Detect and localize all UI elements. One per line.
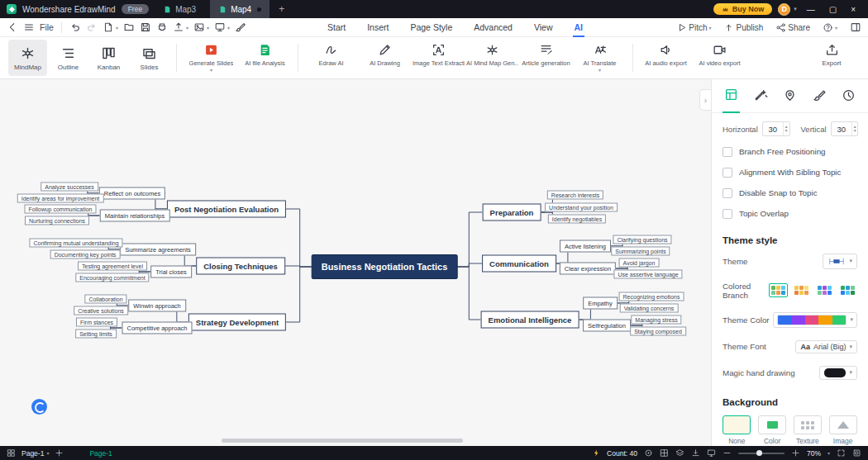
mindmap-node-followup[interactable]: Followup communication (24, 205, 96, 214)
mindmap-node-nurturing[interactable]: Nurturing connections (25, 216, 89, 225)
colored-branch-option-2[interactable] (792, 283, 811, 297)
checkbox-row-topic-overlap[interactable]: Topic Overlap (712, 203, 868, 224)
back-icon[interactable] (7, 21, 18, 33)
fit-to-screen-icon[interactable] (837, 448, 846, 458)
ai-drawing-button[interactable]: AI Drawing (358, 39, 412, 77)
background-option-none[interactable]: None (723, 415, 751, 445)
ribbon-tab-insert[interactable]: Insert (367, 19, 389, 36)
mindmap-canvas[interactable]: Business Negotiation TacticsPreparationC… (0, 79, 711, 446)
export-button[interactable]: Export (810, 39, 853, 77)
background-option-color[interactable]: Color (758, 415, 787, 445)
file-menu[interactable]: File (40, 22, 54, 32)
page-tab[interactable]: Page-1 ▾ (21, 449, 49, 458)
download-icon[interactable] (691, 448, 700, 458)
colored-branch-option-1[interactable] (769, 283, 788, 297)
mindmap-node-creative[interactable]: Creative solutions (74, 306, 128, 315)
undo-icon[interactable] (69, 21, 81, 33)
checkbox[interactable] (723, 188, 732, 198)
minimize-button[interactable]: — (803, 5, 819, 14)
ribbon-tab-advanced[interactable]: Advanced (474, 19, 513, 36)
mindmap-node-limits[interactable]: Setting limits (75, 330, 117, 339)
mindmap-node-clear[interactable]: Clear expression (560, 263, 616, 275)
view-mode-outline[interactable]: Outline (49, 40, 88, 76)
mindmap-node-reflect[interactable]: Reflect on outcomes (99, 187, 165, 200)
mindmap-node-active[interactable]: Active listening (560, 240, 611, 253)
mindmap-node-clarifying[interactable]: Clarifying questions (613, 235, 671, 244)
ribbon-tab-view[interactable]: View (534, 19, 553, 36)
chevron-down-icon[interactable]: ▾ (794, 6, 797, 12)
style-panel-tab[interactable] (752, 88, 770, 112)
avatar[interactable]: D (778, 3, 790, 16)
background-option-texture[interactable]: Texture (794, 415, 823, 445)
close-button[interactable]: × (847, 5, 860, 14)
panel-collapse-button[interactable]: › (699, 89, 711, 111)
ribbon-tab-page-style[interactable]: Page Style (410, 19, 452, 36)
checkbox-row-alignment-with-sibling-topic[interactable]: Alignment With Sibling Topic (712, 162, 868, 183)
colored-branch-option-4[interactable] (838, 283, 857, 297)
mindmap-node-encouraging[interactable]: Encouraging commitment (75, 273, 149, 282)
help-button[interactable]: ▾ (823, 22, 837, 33)
mindmap-node-assertive[interactable]: Use assertive language (613, 270, 682, 279)
zoom-slider-thumb[interactable] (756, 450, 762, 456)
theme-color-dropdown[interactable]: ▾ (773, 312, 857, 328)
redo-icon[interactable] (86, 21, 98, 33)
mindmap-node-central[interactable]: Business Negotiation Tactics (312, 254, 458, 279)
mindmap-node-negotiables[interactable]: Identify negotiables (548, 215, 606, 224)
zoom-level[interactable]: 70% (807, 449, 821, 458)
mindmap-node-pne[interactable]: Post Negotiation Evaluation (167, 201, 286, 218)
mindmap-node-documenting[interactable]: Documenting key points (50, 250, 121, 259)
edraw-ai-button[interactable]: Edraw AI (304, 39, 358, 77)
ribbon-tab-ai[interactable]: AI (575, 19, 584, 36)
checkbox[interactable] (723, 147, 732, 157)
mindmap-node-understand[interactable]: Understand your position (545, 203, 618, 212)
generate-slides-button[interactable]: Generate Slides▾ (184, 39, 238, 77)
grid-icon[interactable] (660, 448, 669, 458)
zoom-out-button[interactable] (723, 448, 732, 458)
mindmap-node-competitive[interactable]: Competitive approach (122, 322, 193, 334)
mindmap-node-sd[interactable]: Strategy Development (188, 314, 286, 331)
ribbon-tab-start[interactable]: Start (327, 19, 346, 36)
mindmap-node-recognizing[interactable]: Recognizing emotions (619, 292, 684, 301)
theme-panel-tab[interactable] (811, 88, 828, 112)
presentation-mode-icon[interactable] (707, 448, 716, 458)
ai-translate-button[interactable]: AI Translate▾ (573, 39, 627, 77)
add-page-button[interactable] (55, 448, 64, 458)
view-mode-kanban[interactable]: Kanban (89, 40, 128, 76)
mindmap-node-iafi[interactable]: Identify areas for improvement (17, 194, 104, 203)
share-button[interactable]: Share (775, 22, 810, 33)
layout-panel-tab[interactable] (723, 88, 740, 113)
view-mode-slides[interactable]: Slides (130, 40, 169, 76)
mindmap-node-summarize[interactable]: Summarize agreements (120, 244, 196, 256)
history-panel-tab[interactable] (840, 88, 857, 112)
mindmap-node-confirming[interactable]: Confirming mutual understanding (29, 239, 122, 248)
canvas-horizontal-scrollbar[interactable] (222, 439, 463, 443)
colored-branch-option-3[interactable] (815, 283, 834, 297)
magic-hand-dropdown[interactable]: ▾ (819, 366, 857, 380)
vertical-spacing-stepper[interactable]: 30 ▴▾ (831, 121, 859, 136)
view-mode-mindmap[interactable]: MindMap (8, 40, 47, 76)
mindmap-node-testing[interactable]: Testing agreement level (78, 262, 147, 271)
position-panel-tab[interactable] (781, 88, 799, 112)
zoom-in-button[interactable] (791, 448, 800, 458)
page-thumbnails-icon[interactable] (7, 448, 16, 458)
mindmap-node-selfreg[interactable]: Selfregulation (583, 320, 631, 332)
format-painter-icon[interactable] (235, 21, 246, 33)
mindmap-node-comm[interactable]: Communication (482, 255, 556, 273)
ai-file-analysis-button[interactable]: AI file Analysis (238, 39, 292, 77)
layers-icon[interactable] (675, 448, 684, 458)
mindmap-node-sumpoints[interactable]: Summarizing points (611, 247, 670, 256)
mindmap-node-analyze[interactable]: Analyze successes (41, 183, 98, 192)
theme-font-dropdown[interactable]: Aa Arial (Big) ▾ (795, 340, 857, 353)
mindmap-node-empathy[interactable]: Empathy (583, 297, 618, 310)
maximize-button[interactable]: ▢ (825, 5, 841, 14)
horizontal-spacing-stepper[interactable]: 30 ▴▾ (762, 121, 790, 136)
buy-now-button[interactable]: Buy Now (713, 3, 773, 15)
mindmap-node-staying[interactable]: Staying composed (630, 327, 686, 336)
image-text-extraction-button[interactable]: Image Text Extracti... (412, 39, 465, 77)
mindmap-node-maintain[interactable]: Maintain relationships (100, 210, 170, 222)
mindmap-node-jargon[interactable]: Avoid jargon (619, 258, 660, 268)
checkbox[interactable] (723, 209, 732, 219)
checkbox[interactable] (723, 168, 732, 178)
ai-video-export-button[interactable]: AI video export (693, 39, 746, 77)
mindmap-node-research[interactable]: Research interests (547, 191, 603, 200)
